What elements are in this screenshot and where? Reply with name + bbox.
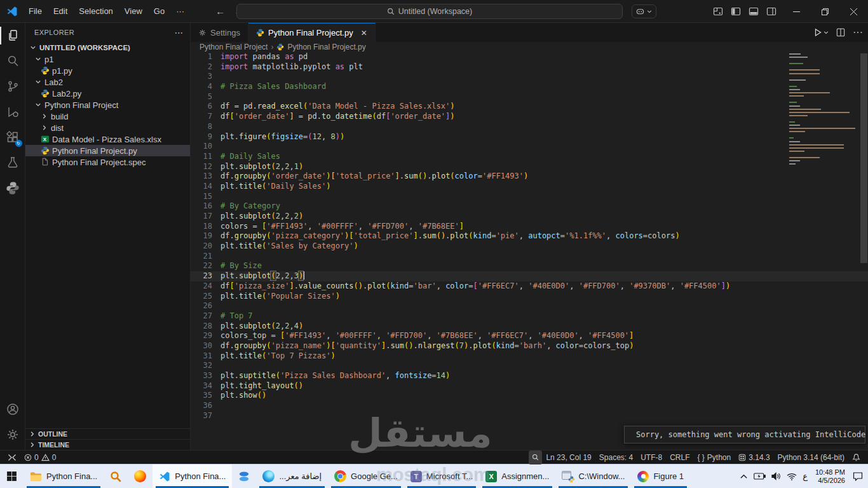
menu-selection[interactable]: Selection [73, 4, 118, 18]
code-line[interactable]: 11# Daily Sales [191, 152, 868, 162]
tree-item-xlsx[interactable]: XData Model - Pizza Sales.xlsx [25, 133, 190, 145]
taskbar-firefox[interactable] [128, 464, 153, 488]
code-line[interactable]: 2import matplotlib.pyplot as plt [191, 62, 868, 72]
code-line[interactable]: 10 [191, 142, 868, 152]
code-line[interactable]: 20plt.title('Sales by Category') [191, 241, 868, 252]
code-line[interactable]: 6df = pd.read_excel('Data Model - Pizza … [191, 102, 868, 112]
run-debug-icon[interactable] [0, 99, 25, 125]
taskbar-blue-app[interactable] [232, 464, 256, 488]
code-line[interactable]: 27# Top 7 [191, 311, 868, 322]
tree-item-lab2[interactable]: Lab2 [25, 76, 190, 88]
code-line[interactable]: 13df.groupby('order_date')['total_price'… [191, 172, 868, 182]
code-line[interactable]: 4# Pizza Sales Dashboard [191, 82, 868, 92]
python-interpreter[interactable]: Python 3.14 (64-bit) [774, 451, 848, 464]
settings-gear-icon[interactable] [0, 422, 25, 447]
menu-more[interactable]: ··· [170, 4, 190, 18]
code-line[interactable]: 35plt.show() [191, 391, 868, 401]
taskbar-figure[interactable]: Figure 1 [631, 464, 690, 488]
code-line[interactable]: 33plt.suptitle('Pizza Sales Dashboard', … [191, 371, 868, 381]
environment-indicator[interactable]: 3.14.3 [735, 451, 773, 464]
testing-icon[interactable] [0, 150, 25, 175]
code-line[interactable]: 15 [191, 192, 868, 202]
minimap[interactable] [789, 53, 859, 173]
remote-indicator[interactable] [4, 451, 20, 464]
code-line[interactable]: 16# By Category [191, 201, 868, 212]
wifi-icon[interactable] [787, 473, 797, 480]
tree-item-python-final-project-py[interactable]: Python Final Project.py [25, 145, 190, 156]
code-line[interactable]: 9plt.figure(figsize=(12, 8)) [191, 132, 868, 142]
close-button[interactable] [839, 0, 868, 23]
taskbar-vscode[interactable]: Python Fina... [153, 464, 232, 488]
eol-sequence[interactable]: CRLF [666, 451, 693, 464]
cursor-position[interactable]: Ln 23, Col 19 [542, 451, 595, 464]
notifications-bell[interactable] [848, 451, 864, 464]
code-editor[interactable]: 1import pandas as pd2import matplotlib.p… [191, 52, 868, 450]
breadcrumb-folder[interactable]: Python Final Project [200, 43, 268, 51]
tab-python-final-project[interactable]: Python Final Project.py ✕ [248, 23, 376, 42]
tab-settings[interactable]: Settings [191, 23, 248, 42]
code-line[interactable]: 37 [191, 411, 868, 421]
code-line[interactable]: 12plt.subplot(2,2,1) [191, 162, 868, 172]
taskbar-search[interactable] [104, 464, 128, 488]
source-control-icon[interactable] [0, 74, 25, 99]
tree-item-workspace[interactable]: UNTITLED (WORKSPACE) [25, 42, 190, 53]
code-line[interactable]: 24df['pizza_size'].value_counts().plot(k… [191, 281, 868, 292]
action-center-icon[interactable] [853, 471, 863, 481]
code-line[interactable]: 28plt.subplot(2,2,4) [191, 322, 868, 332]
code-line[interactable]: 18colors = ['#FF1493', '#00FFFF', '#FFD7… [191, 222, 868, 232]
explorer-icon[interactable] [0, 23, 25, 48]
notification-toast[interactable]: Sorry, something went wrong activating I… [624, 426, 865, 444]
toggle-panel-icon[interactable] [749, 6, 759, 17]
copilot-button[interactable] [632, 4, 656, 18]
tree-item-spec[interactable]: Python Final Project.spec [25, 156, 190, 168]
code-line[interactable]: 31plt.title('Top 7 Pizzas') [191, 351, 868, 362]
tree-item-lab2py[interactable]: Lab2.py [25, 88, 190, 99]
code-line[interactable]: 26 [191, 301, 868, 311]
nav-back-icon[interactable]: ← [215, 6, 225, 17]
command-center-search[interactable]: Untitled (Workspace) [236, 4, 623, 19]
language-indicator[interactable]: ع [803, 471, 808, 481]
code-line[interactable]: 14plt.title('Daily Sales') [191, 182, 868, 192]
customize-layout-icon[interactable] [713, 6, 723, 17]
breadcrumb-file[interactable]: Python Final Project.py [287, 43, 365, 51]
code-lines[interactable]: 1import pandas as pd2import matplotlib.p… [191, 52, 868, 421]
tree-item-python-final-project[interactable]: Python Final Project [25, 99, 190, 111]
code-line[interactable]: 22# By Size [191, 261, 868, 271]
taskbar-excel[interactable]: X Assignmen... [479, 464, 555, 488]
code-line[interactable]: 32 [191, 361, 868, 371]
taskbar-chrome[interactable]: Google Ge... [328, 464, 404, 488]
indentation[interactable]: Spaces: 4 [595, 451, 637, 464]
taskbar-file-explorer[interactable]: Python Fina... [24, 464, 104, 488]
code-line[interactable]: 19df.groupby('pizza_category')['total_pr… [191, 231, 868, 241]
timeline-panel-header[interactable]: TIMELINE [25, 439, 190, 450]
run-python-file-button[interactable] [813, 28, 829, 37]
language-mode[interactable]: { }Python [694, 451, 735, 464]
tree-item-dist[interactable]: dist [25, 122, 190, 133]
scrollbar-thumb[interactable] [860, 53, 867, 263]
outline-panel-header[interactable]: OUTLINE [25, 428, 190, 439]
python-extension-icon[interactable] [0, 175, 25, 201]
restore-button[interactable] [811, 0, 839, 23]
editor-scrollbar[interactable] [859, 52, 868, 450]
toggle-sidebar-right-icon[interactable] [766, 6, 776, 17]
tree-item-p1py[interactable]: p1.py [25, 65, 190, 76]
taskbar-teams[interactable]: T Microsoft T... [404, 464, 479, 488]
editor-more-actions[interactable]: ··· [853, 27, 863, 38]
code-line[interactable]: 30df.groupby('pizza_name')['quantity'].s… [191, 341, 868, 351]
code-line[interactable]: 23plt.subplot(2,2,3) [191, 271, 868, 281]
code-line[interactable]: 29colors_top = ['#FF1493', '#00FFFF', '#… [191, 331, 868, 341]
search-icon[interactable] [0, 48, 25, 74]
tray-chevron-up-icon[interactable] [740, 473, 748, 480]
menu-edit[interactable]: Edit [48, 4, 73, 18]
extensions-icon[interactable]: ↻ [0, 125, 25, 150]
taskbar-python-console[interactable]: C:\Window... [555, 464, 631, 488]
tree-item-p1[interactable]: p1 [25, 53, 190, 65]
speaker-icon[interactable] [771, 472, 781, 480]
code-line[interactable]: 25plt.title('Popular Sizes') [191, 292, 868, 302]
problems-indicator[interactable]: 0 0 [20, 451, 60, 464]
code-line[interactable]: 21 [191, 252, 868, 262]
zoom-indicator[interactable] [529, 451, 542, 464]
code-line[interactable]: 5 [191, 92, 868, 102]
code-line[interactable]: 8 [191, 122, 868, 132]
menu-view[interactable]: View [119, 4, 148, 18]
